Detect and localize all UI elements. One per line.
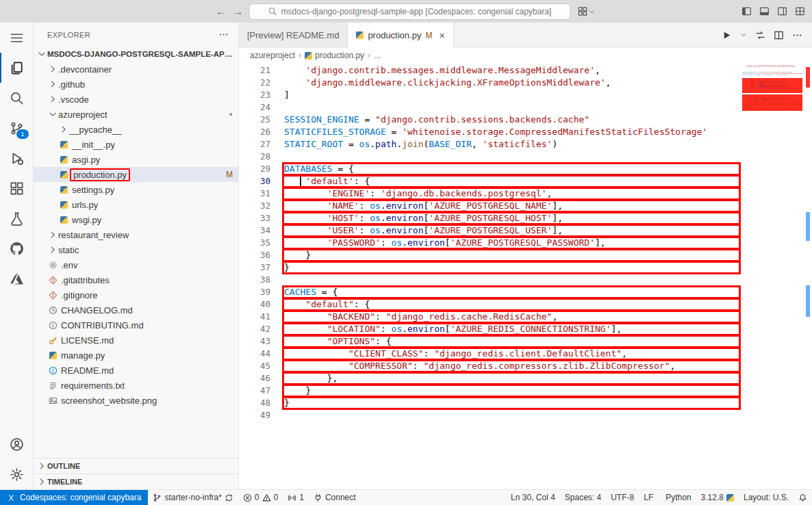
- command-center-search[interactable]: msdocs-django-postgresql-sample-app [Cod…: [249, 3, 571, 20]
- code-line-29[interactable]: 29DATABASES = {: [239, 163, 742, 175]
- code-line-31[interactable]: 31 'ENGINE': 'django.db.backends.postgre…: [239, 187, 742, 200]
- run-dropdown-icon[interactable]: [740, 31, 747, 38]
- file-requirements-txt[interactable]: requirements.txt: [34, 378, 238, 393]
- folder-github[interactable]: .github: [34, 77, 238, 92]
- code-line-21[interactable]: 21 'django.contrib.messages.middleware.M…: [239, 64, 742, 77]
- eol-indicator[interactable]: LF: [639, 490, 658, 505]
- code-line-47[interactable]: 47 }: [239, 385, 742, 397]
- file-manage-py[interactable]: manage.py: [34, 348, 238, 363]
- folder-vscode[interactable]: .vscode: [34, 92, 238, 107]
- breadcrumb-azureproject[interactable]: azureproject: [250, 51, 295, 60]
- code-line-34[interactable]: 34 'USER': os.environ['AZURE_POSTGRESQL_…: [239, 224, 742, 237]
- code-line-24[interactable]: 24: [239, 101, 742, 114]
- run-python-file-button[interactable]: [722, 30, 732, 40]
- code-line-45[interactable]: 45 "COMPRESSOR": "django_redis.compresso…: [239, 360, 742, 372]
- problems-indicator[interactable]: 0 0: [238, 490, 283, 505]
- tab-production-py[interactable]: production.pyM×: [348, 23, 453, 48]
- explorer-more-actions-icon[interactable]: [218, 29, 229, 40]
- toggle-secondary-sidebar-icon[interactable]: [777, 6, 787, 16]
- breadcrumb-production-py[interactable]: production.py: [305, 51, 364, 60]
- encoding-indicator[interactable]: UTF-8: [606, 490, 639, 505]
- code-line-43[interactable]: 43 "OPTIONS": {: [239, 335, 742, 348]
- tab-preview-readme-md[interactable]: [Preview] README.md: [239, 23, 348, 47]
- file-wsgi-py[interactable]: wsgi.py: [34, 212, 238, 227]
- folder-msdocs-django-postgresql-sample-app[interactable]: MSDOCS-DJANGO-POSTGRESQL-SAMPLE-APP...: [34, 47, 238, 62]
- code-line-27[interactable]: 27STATIC_ROOT = os.path.join(BASE_DIR, '…: [239, 138, 742, 151]
- github-button[interactable]: [0, 233, 33, 263]
- connect-indicator[interactable]: Connect: [309, 490, 361, 505]
- ports-indicator[interactable]: 1: [283, 490, 309, 505]
- folder-pycache[interactable]: __pycache__: [34, 122, 238, 137]
- codespaces-menu-button[interactable]: [576, 5, 598, 18]
- language-indicator[interactable]: Python: [658, 490, 696, 505]
- code-line-42[interactable]: 42 "LOCATION": os.environ['AZURE_REDIS_C…: [239, 323, 742, 335]
- open-changes-icon[interactable]: [755, 30, 765, 40]
- file-screenshot-website-png[interactable]: screenshot_website.png: [34, 393, 238, 408]
- python-interpreter-indicator[interactable]: 3.12.8: [696, 490, 739, 505]
- code-line-49[interactable]: 49: [239, 409, 742, 422]
- code-line-37[interactable]: 37}: [239, 261, 742, 274]
- code-line-48[interactable]: 48}: [239, 397, 742, 409]
- cursor-position-indicator[interactable]: Ln 30, Col 4: [506, 490, 560, 505]
- code-line-41[interactable]: 41 "BACKEND": "django_redis.cache.RedisC…: [239, 311, 742, 323]
- minimap[interactable]: 'django.contrib.messages.middleware.Mess…: [742, 63, 802, 489]
- keyboard-layout-indicator[interactable]: Layout: U.S.: [739, 490, 794, 505]
- notifications-bell[interactable]: [794, 490, 812, 505]
- menu-button[interactable]: [0, 23, 33, 53]
- code-line-28[interactable]: 28: [239, 151, 742, 163]
- indentation-indicator[interactable]: Spaces: 4: [560, 490, 606, 505]
- file-gitattributes[interactable]: .gitattributes: [34, 272, 238, 287]
- file-contributing-md[interactable]: CONTRIBUTING.md: [34, 318, 238, 333]
- forward-icon[interactable]: →: [232, 5, 244, 17]
- toggle-panel-icon[interactable]: [759, 6, 770, 16]
- run-debug-button[interactable]: [0, 143, 33, 173]
- breadcrumb-symbol[interactable]: ...: [374, 51, 381, 60]
- file-license-md[interactable]: LICENSE.md: [34, 333, 238, 348]
- azure-button[interactable]: [0, 263, 33, 294]
- code-line-30[interactable]: 30 'default': {: [239, 175, 742, 187]
- code-line-46[interactable]: 46 },: [239, 372, 742, 385]
- file-readme-md[interactable]: README.md: [34, 363, 238, 378]
- toggle-primary-sidebar-icon[interactable]: [741, 6, 752, 16]
- source-control-button[interactable]: 1: [0, 113, 33, 143]
- file-asgi-py[interactable]: asgi.py: [34, 152, 238, 167]
- code-line-36[interactable]: 36 }: [239, 249, 742, 261]
- folder-static[interactable]: static: [34, 242, 238, 257]
- code-line-40[interactable]: 40 "default": {: [239, 298, 742, 311]
- search-button[interactable]: [0, 83, 33, 113]
- code-line-39[interactable]: 39CACHES = {: [239, 286, 742, 298]
- code-line-22[interactable]: 22 'django.middleware.clickjacking.XFram…: [239, 77, 742, 89]
- branch-indicator[interactable]: starter-no-infra*: [148, 490, 238, 505]
- code-line-44[interactable]: 44 "CLIENT_CLASS": "django_redis.client.…: [239, 348, 742, 360]
- customize-layout-icon[interactable]: [795, 6, 805, 16]
- file-urls-py[interactable]: urls.py: [34, 197, 238, 212]
- code-area[interactable]: 21 'django.contrib.messages.middleware.M…: [239, 63, 742, 489]
- folder-restaurant-review[interactable]: restaurant_review: [34, 227, 238, 242]
- file-init-py[interactable]: __init__.py: [34, 137, 238, 152]
- code-line-38[interactable]: 38: [239, 274, 742, 286]
- folder-azureproject[interactable]: azureproject●: [34, 107, 238, 122]
- code-line-23[interactable]: 23]: [239, 89, 742, 101]
- more-actions-icon[interactable]: [792, 30, 802, 40]
- file-changelog-md[interactable]: CHANGELOG.md: [34, 302, 238, 318]
- section-outline[interactable]: OUTLINE: [34, 458, 238, 474]
- remote-indicator[interactable]: Codespaces: congenial capybara: [0, 490, 148, 505]
- account-button[interactable]: [0, 429, 33, 459]
- close-icon[interactable]: ×: [439, 30, 444, 41]
- file-env[interactable]: .env: [34, 257, 238, 272]
- settings-button[interactable]: [0, 459, 33, 489]
- code-line-25[interactable]: 25SESSION_ENGINE = "django.contrib.sessi…: [239, 114, 742, 126]
- explorer-button[interactable]: [0, 53, 33, 83]
- folder-devcontainer[interactable]: .devcontainer: [34, 62, 238, 77]
- file-gitignore[interactable]: .gitignore: [34, 287, 238, 302]
- code-line-35[interactable]: 35 'PASSWORD': os.environ['AZURE_POSTGRE…: [239, 237, 742, 249]
- extensions-button[interactable]: [0, 173, 33, 203]
- file-settings-py[interactable]: settings.py: [34, 182, 238, 197]
- file-production-py[interactable]: production.pyM: [34, 167, 238, 182]
- code-line-33[interactable]: 33 'HOST': os.environ['AZURE_POSTGRESQL_…: [239, 212, 742, 224]
- back-icon[interactable]: ←: [215, 5, 227, 17]
- section-timeline[interactable]: TIMELINE: [34, 474, 238, 489]
- code-line-32[interactable]: 32 'NAME': os.environ['AZURE_POSTGRESQL_…: [239, 200, 742, 212]
- split-editor-icon[interactable]: [774, 30, 784, 40]
- code-line-26[interactable]: 26STATICFILES_STORAGE = 'whitenoise.stor…: [239, 126, 742, 138]
